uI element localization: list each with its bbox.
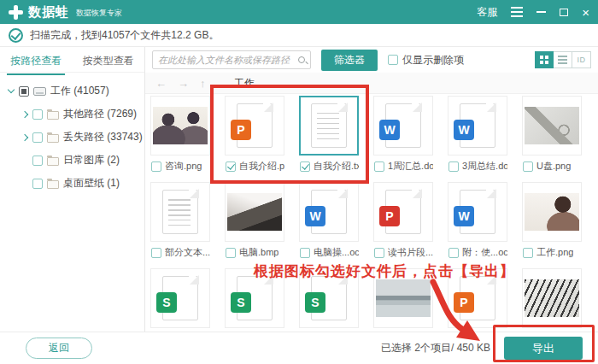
export-button[interactable]: 导出 bbox=[504, 337, 583, 360]
document-file-icon: S bbox=[237, 276, 273, 320]
file-cell-7: 电脑.bmp bbox=[225, 182, 284, 259]
file-tile[interactable]: W bbox=[373, 96, 433, 156]
file-name: 电脑操...ocx bbox=[314, 246, 359, 259]
file-type-badge: W bbox=[305, 206, 325, 226]
tab-view-by-path[interactable]: 按路径查看 bbox=[0, 47, 73, 72]
file-tile[interactable]: P bbox=[373, 182, 433, 242]
file-tile[interactable] bbox=[522, 96, 582, 156]
deleted-only-toggle[interactable]: 仅显示删除项 bbox=[388, 53, 464, 68]
detail-view-button[interactable]: ID bbox=[572, 51, 591, 68]
file-tile[interactable]: W bbox=[448, 96, 507, 156]
file-checkbox[interactable] bbox=[300, 161, 310, 172]
tree-item-checkbox[interactable] bbox=[32, 132, 43, 143]
file-cell-11: 工作.png bbox=[522, 182, 582, 259]
tree-item-label: 其他路径 (7269) bbox=[63, 107, 137, 121]
support-link[interactable]: 客服 bbox=[477, 5, 497, 20]
search-box[interactable] bbox=[152, 50, 311, 69]
document-file-icon: W bbox=[311, 190, 347, 234]
menu-icon[interactable] bbox=[511, 7, 523, 9]
file-name: 电脑.bmp bbox=[239, 246, 278, 259]
file-tile[interactable]: S bbox=[150, 268, 210, 328]
file-cell-2: 自我介绍.txt bbox=[299, 96, 359, 173]
file-cell-6: 部分文本....txt bbox=[150, 182, 210, 259]
close-button[interactable]: × bbox=[582, 6, 589, 19]
tree-item-checkbox[interactable] bbox=[32, 179, 43, 189]
file-name: 自我介绍.pptx bbox=[239, 160, 284, 173]
deleted-only-checkbox[interactable] bbox=[388, 55, 398, 65]
file-tile[interactable]: P bbox=[225, 96, 284, 156]
document-file-icon: P bbox=[460, 276, 495, 320]
tree-item-0[interactable]: 工作 (41057) bbox=[0, 79, 144, 103]
thumbnail-view-button[interactable] bbox=[535, 51, 554, 68]
file-tile[interactable]: W bbox=[299, 182, 359, 242]
grid-view-icon bbox=[540, 56, 543, 59]
file-tile[interactable]: W bbox=[448, 182, 507, 242]
filter-button[interactable]: 筛选器 bbox=[321, 50, 378, 71]
tree-item-3[interactable]: 日常图库 (2) bbox=[0, 149, 144, 172]
chevron-right-icon[interactable] bbox=[19, 112, 30, 117]
text-file-icon bbox=[162, 190, 198, 234]
chevron-right-icon[interactable] bbox=[19, 135, 30, 140]
folder-icon bbox=[47, 157, 59, 166]
footer-bar: 返回 已选择 2个项目/ 450 KB 导出 bbox=[0, 332, 598, 364]
file-tile[interactable] bbox=[299, 96, 359, 156]
file-checkbox[interactable] bbox=[374, 248, 384, 258]
nav-back-icon[interactable]: ← bbox=[155, 77, 178, 90]
file-cell-3: W1周汇总.docx bbox=[373, 96, 433, 173]
file-tile[interactable] bbox=[150, 182, 210, 242]
search-icon[interactable] bbox=[298, 56, 305, 63]
photo-thumbnail-usb bbox=[525, 107, 579, 144]
file-checkbox[interactable] bbox=[151, 248, 161, 258]
file-tile[interactable] bbox=[373, 268, 433, 328]
tree-item-checkbox[interactable] bbox=[19, 86, 29, 97]
file-cell-17 bbox=[522, 268, 582, 328]
nav-forward-icon[interactable]: → bbox=[178, 77, 200, 90]
file-tile[interactable] bbox=[225, 182, 284, 242]
file-checkbox[interactable] bbox=[300, 248, 310, 258]
file-checkbox[interactable] bbox=[523, 248, 533, 258]
file-tile[interactable]: S bbox=[225, 268, 284, 328]
breadcrumb-bar: ← → ↑ 工作 bbox=[145, 73, 598, 94]
deleted-only-label: 仅显示删除项 bbox=[402, 53, 464, 68]
file-checkbox[interactable] bbox=[226, 161, 236, 172]
file-name: 3周总结.docx bbox=[462, 160, 507, 173]
file-checkbox[interactable] bbox=[226, 248, 236, 258]
selection-info: 已选择 2个项目/ 450 KB bbox=[381, 341, 490, 355]
main-panel: 筛选器 仅显示删除项 ID ← → ↑ 工作 咨询.pngP自我介绍.pptx自… bbox=[145, 47, 598, 332]
file-checkbox[interactable] bbox=[448, 161, 459, 172]
document-file-icon: W bbox=[385, 103, 421, 148]
file-cell-5: U盘.png bbox=[522, 96, 582, 173]
photo-thumbnail-people-office bbox=[153, 107, 208, 144]
nav-up-icon[interactable]: ↑ bbox=[200, 77, 222, 90]
file-type-badge: W bbox=[379, 120, 400, 140]
tree-item-label: 丢失路径 (33743) bbox=[63, 130, 143, 144]
tab-view-by-type[interactable]: 按类型查看 bbox=[73, 47, 145, 72]
photo-thumbnail-keyboard bbox=[525, 279, 579, 317]
minimize-button[interactable] bbox=[536, 11, 546, 13]
tree-item-checkbox[interactable] bbox=[32, 156, 43, 166]
file-type-badge: W bbox=[454, 206, 474, 226]
back-button[interactable]: 返回 bbox=[26, 338, 92, 359]
text-file-icon bbox=[311, 103, 347, 148]
file-tile[interactable]: S bbox=[299, 268, 359, 328]
file-checkbox[interactable] bbox=[523, 161, 533, 172]
file-checkbox[interactable] bbox=[374, 161, 384, 172]
file-name: 工作.png bbox=[536, 246, 573, 259]
tree-item-1[interactable]: 其他路径 (7269) bbox=[0, 103, 144, 126]
tree-item-checkbox[interactable] bbox=[32, 109, 43, 120]
scan-status-text: 扫描完成，找到41057个文件共12.2 GB。 bbox=[30, 28, 219, 43]
tree-item-4[interactable]: 桌面壁纸 (1) bbox=[0, 172, 144, 195]
file-tile[interactable] bbox=[522, 182, 582, 242]
breadcrumb-current-folder: 工作 bbox=[234, 76, 255, 91]
chevron-down-icon[interactable] bbox=[5, 90, 16, 92]
tree-item-2[interactable]: 丢失路径 (33743) bbox=[0, 126, 144, 149]
file-tile[interactable]: P bbox=[448, 268, 507, 328]
maximize-button[interactable] bbox=[560, 9, 568, 16]
app-name: 数据蛙 bbox=[28, 4, 69, 21]
list-view-button[interactable] bbox=[554, 51, 572, 68]
file-checkbox[interactable] bbox=[151, 161, 161, 172]
search-input[interactable] bbox=[158, 55, 295, 65]
file-tile[interactable] bbox=[522, 268, 582, 328]
file-checkbox[interactable] bbox=[448, 248, 459, 258]
file-tile[interactable] bbox=[150, 96, 210, 156]
